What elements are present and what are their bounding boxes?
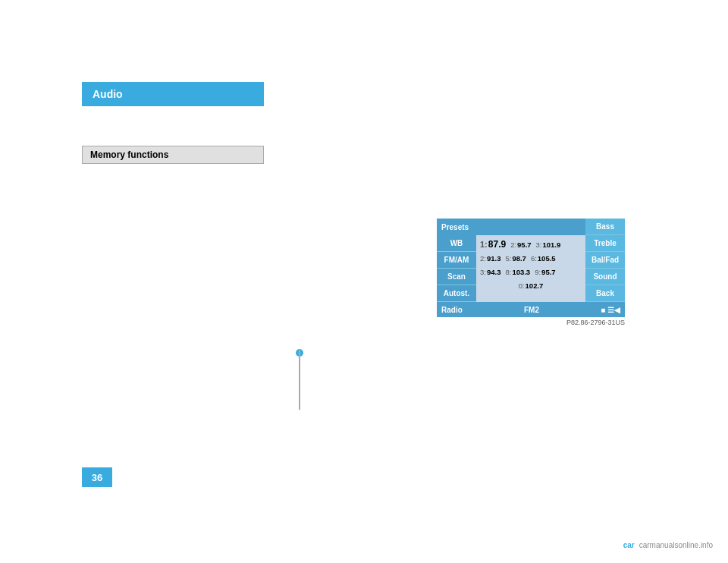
freq-1-1: 1: 87.9 [480,239,506,250]
autost-button[interactable]: Autost. [437,285,476,302]
wb-button[interactable]: WB [437,235,476,252]
freq-1-3: 3: 101.9 [536,241,561,249]
freq-3-1: 3: 94.3 [480,268,500,276]
radio-top-row: Presets Bass [437,219,625,235]
freq-4-1: 0: 102.7 [519,282,544,290]
panel-caption: P82.86-2796-31US [437,319,625,326]
freq-row-2: 2: 91.3 5: 98.7 6: 105.5 [480,251,582,265]
radio-content-row: WB FM/AM Scan Autost. 1: 87.9 [437,235,625,302]
sound-button[interactable]: Sound [585,269,625,285]
freq-row-4: 0: 102.7 [480,278,582,292]
freq-row-1: 1: 87.9 2: 95.7 3: 101.9 [480,237,582,251]
fmam-button[interactable]: FM/AM [437,252,476,269]
balfad-button[interactable]: Bal/Fad [585,252,625,269]
treble-button[interactable]: Treble [585,235,625,252]
freq-row-3: 3: 94.3 8: 103.3 9: 95.7 [480,265,582,278]
status-label: Radio [441,306,463,314]
radio-statusbar: Radio FM2 ■ ☰◀ [437,302,625,317]
audio-header: Audio [82,82,264,106]
vertical-line [299,349,300,410]
radio-left-menu: WB FM/AM Scan Autost. [437,235,476,302]
back-button[interactable]: Back [585,285,625,302]
scan-button[interactable]: Scan [437,269,476,285]
audio-title: Audio [93,88,123,100]
radio-freq-display: 1: 87.9 2: 95.7 3: 101.9 2: [476,235,585,302]
freq-3-2: 8: 103.3 [505,268,530,276]
freq-2-3: 6: 105.5 [531,254,556,263]
status-icons: ■ ☰◀ [601,306,620,314]
watermark: car carmanualsonline.info [623,541,713,549]
status-band: FM2 [524,306,539,314]
freq-2-2: 5: 98.7 [505,254,526,263]
radio-panel: Presets Bass WB FM/AM Scan Autost. [437,219,625,326]
watermark-text: carmanualsonline.info [639,541,713,549]
presets-header-label: Presets [437,219,585,235]
memory-functions-bar: Memory functions [82,146,264,164]
radio-right-actions: Treble Bal/Fad Sound Back [585,235,625,302]
watermark-logo: car [623,541,635,549]
freq-1-2: 2: 95.7 [510,241,531,249]
memory-functions-label: Memory functions [90,149,168,160]
freq-2-1: 2: 91.3 [480,254,500,263]
freq-3-3: 9: 95.7 [535,268,555,276]
bass-button[interactable]: Bass [585,219,625,235]
radio-status-row: Radio FM2 ■ ☰◀ [437,302,625,317]
page-number: 36 [82,467,112,487]
radio-freq-content: 1: 87.9 2: 95.7 3: 101.9 2: [476,235,585,294]
